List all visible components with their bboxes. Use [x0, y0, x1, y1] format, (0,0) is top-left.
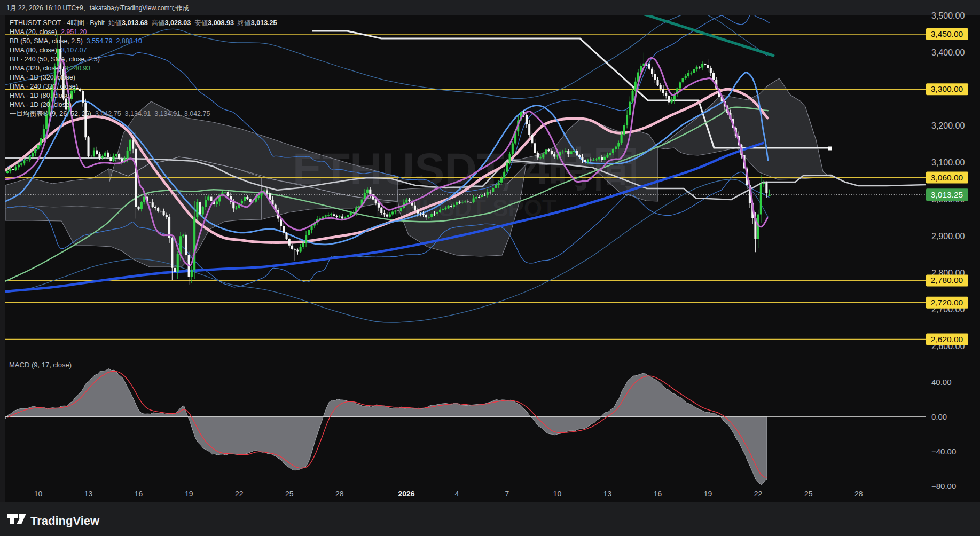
svg-text:−40.00: −40.00 [931, 447, 956, 456]
svg-text:HMA · 1D (320, close): HMA · 1D (320, close) [10, 74, 75, 81]
svg-text:HMA · 1D (20, close): HMA · 1D (20, close) [10, 101, 72, 108]
svg-text:2026: 2026 [398, 490, 414, 498]
svg-text:3,200.00: 3,200.00 [931, 121, 965, 130]
svg-text:13: 13 [603, 490, 612, 498]
svg-text:22: 22 [235, 490, 244, 498]
svg-text:19: 19 [704, 490, 712, 498]
svg-text:3,100.00: 3,100.00 [931, 158, 965, 167]
svg-text:HMA (320, close) 3,240.93: HMA (320, close) 3,240.93 [10, 65, 91, 72]
svg-text:3,400.00: 3,400.00 [931, 48, 965, 57]
svg-text:28: 28 [335, 490, 344, 498]
svg-text:ETHUSDT SPOT · 4時間 · Bybit 始値: ETHUSDT SPOT · 4時間 · Bybit 始値3,013.68 高値… [10, 19, 277, 27]
svg-text:40.00: 40.00 [931, 377, 952, 387]
svg-text:1月 22, 2026 16:10 UTC+9、takata: 1月 22, 2026 16:10 UTC+9、takatabaがTrading… [6, 4, 189, 12]
svg-text:2,620.00: 2,620.00 [931, 335, 963, 344]
svg-text:16: 16 [654, 490, 662, 498]
svg-text:19: 19 [185, 490, 193, 498]
svg-text:3,300.00: 3,300.00 [931, 84, 963, 93]
svg-text:0.00: 0.00 [931, 412, 947, 421]
svg-text:25: 25 [285, 490, 294, 498]
svg-text:4: 4 [454, 490, 459, 498]
svg-text:一目均衡表® (9, 26, 52, 26) 3,042.: 一目均衡表® (9, 26, 52, 26) 3,042.75 3,134.91… [10, 110, 210, 117]
svg-text:16: 16 [135, 490, 143, 498]
svg-text:3,060.00: 3,060.00 [931, 173, 963, 182]
svg-text:10: 10 [34, 490, 43, 498]
svg-text:3,500.00: 3,500.00 [931, 11, 965, 20]
svg-text:2,720.00: 2,720.00 [931, 298, 963, 307]
svg-text:2,900.00: 2,900.00 [931, 232, 965, 241]
svg-text:BB · 240 (50, SMA, close, 2.5): BB · 240 (50, SMA, close, 2.5) [10, 56, 100, 63]
svg-text:−80.00: −80.00 [931, 482, 956, 491]
svg-text:10: 10 [553, 490, 562, 498]
svg-text:3,013.25: 3,013.25 [931, 190, 963, 199]
svg-text:HMA (20, close) 2,951.20: HMA (20, close) 2,951.20 [10, 28, 87, 36]
svg-text:BB (50, SMA, close, 2.5) 3,55: BB (50, SMA, close, 2.5) 3,554.79 2,888.… [10, 37, 142, 45]
svg-text:25: 25 [804, 490, 813, 498]
svg-text:7: 7 [505, 490, 509, 498]
svg-text:HMA · 240 (320, close): HMA · 240 (320, close) [10, 83, 78, 90]
svg-text:22: 22 [754, 490, 763, 498]
svg-text:13: 13 [84, 490, 93, 498]
svg-text:TradingView: TradingView [30, 514, 100, 527]
svg-text:MACD (9, 17, close): MACD (9, 17, close) [9, 361, 72, 369]
svg-text:28: 28 [854, 490, 863, 498]
svg-text:HMA (80, close) 3,107.07: HMA (80, close) 3,107.07 [10, 46, 87, 54]
svg-text:3,450.00: 3,450.00 [931, 29, 963, 38]
svg-text:2,780.00: 2,780.00 [931, 275, 963, 285]
svg-text:HMA · 1D (80, close): HMA · 1D (80, close) [10, 92, 72, 99]
